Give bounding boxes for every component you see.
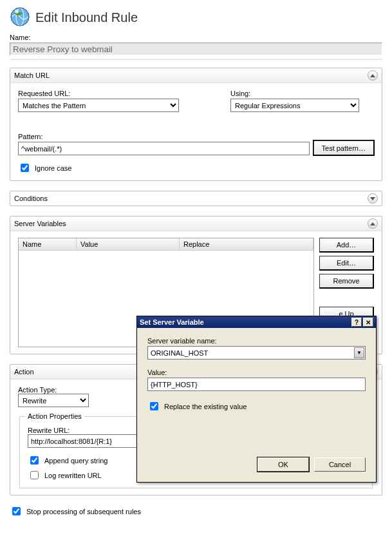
ignore-case-label: Ignore case bbox=[35, 164, 71, 172]
server-var-value-input[interactable] bbox=[147, 378, 366, 391]
action-type-select[interactable]: Rewrite bbox=[18, 394, 89, 407]
set-server-variable-dialog: Set Server Variable ? ✕ Server variable … bbox=[136, 316, 377, 483]
collapse-conditions[interactable] bbox=[368, 193, 378, 204]
collapse-match-url[interactable] bbox=[368, 70, 378, 81]
using-label: Using: bbox=[230, 90, 359, 97]
server-var-name-combo[interactable] bbox=[147, 346, 366, 360]
stop-processing-label: Stop processing of subsequent rules bbox=[26, 508, 141, 515]
svg-point-3 bbox=[15, 10, 19, 14]
server-vars-header: Server Variables bbox=[14, 220, 66, 227]
divider bbox=[10, 59, 382, 60]
append-query-checkbox[interactable] bbox=[30, 456, 39, 465]
ignore-case-checkbox[interactable] bbox=[21, 164, 29, 172]
replace-existing-label: Replace the existing value bbox=[164, 403, 247, 410]
close-icon[interactable]: ✕ bbox=[363, 318, 373, 327]
stop-processing-checkbox[interactable] bbox=[12, 507, 21, 515]
log-url-label: Log rewritten URL bbox=[44, 472, 102, 479]
ok-button[interactable]: OK bbox=[257, 457, 309, 472]
conditions-section: Conditions bbox=[10, 191, 382, 206]
remove-button[interactable]: Remove bbox=[319, 274, 374, 289]
name-input bbox=[10, 43, 382, 55]
page-title: Edit Inbound Rule bbox=[35, 10, 138, 25]
log-url-checkbox[interactable] bbox=[30, 471, 39, 479]
pattern-label: Pattern: bbox=[18, 133, 374, 140]
requested-url-label: Requested URL: bbox=[18, 90, 179, 97]
col-replace[interactable]: Replace bbox=[180, 238, 313, 250]
col-name[interactable]: Name bbox=[19, 238, 77, 250]
replace-existing-checkbox[interactable] bbox=[150, 402, 158, 410]
using-select[interactable]: Regular Expressions bbox=[230, 99, 359, 112]
chevron-down-icon[interactable]: ▼ bbox=[354, 347, 364, 358]
dlg-name-label: Server variable name: bbox=[147, 337, 366, 345]
col-value[interactable]: Value bbox=[77, 238, 180, 250]
globe-icon bbox=[10, 6, 30, 28]
cancel-button[interactable]: Cancel bbox=[314, 457, 366, 472]
edit-button[interactable]: Edit… bbox=[319, 256, 374, 271]
match-url-header: Match URL bbox=[14, 72, 50, 79]
collapse-server-vars[interactable] bbox=[368, 218, 378, 229]
dlg-value-label: Value: bbox=[147, 369, 366, 376]
pattern-input[interactable] bbox=[18, 142, 310, 155]
add-button[interactable]: Add… bbox=[319, 238, 374, 253]
test-pattern-button[interactable]: Test pattern… bbox=[313, 140, 374, 155]
append-query-label: Append query string bbox=[44, 457, 107, 465]
action-header: Action bbox=[14, 368, 34, 376]
action-props-legend: Action Properties bbox=[25, 412, 84, 420]
dialog-title: Set Server Variable bbox=[140, 318, 204, 326]
conditions-header: Conditions bbox=[14, 195, 48, 202]
help-icon[interactable]: ? bbox=[351, 318, 362, 327]
requested-url-select[interactable]: Matches the Pattern bbox=[18, 99, 179, 112]
match-url-section: Match URL Requested URL: Matches the Pat… bbox=[10, 68, 382, 181]
name-label: Name: bbox=[10, 34, 382, 41]
